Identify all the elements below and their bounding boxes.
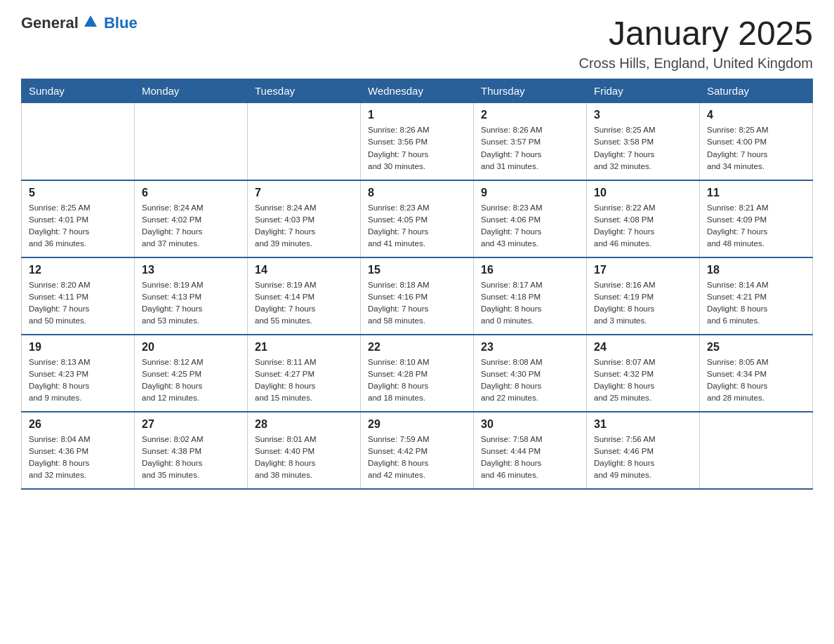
location: Cross Hills, England, United Kingdom: [579, 55, 814, 72]
day-number: 5: [29, 187, 127, 199]
col-wednesday: Wednesday: [361, 79, 474, 103]
day-info: Sunrise: 7:59 AMSunset: 4:42 PMDaylight:…: [368, 434, 466, 482]
day-number: 12: [29, 264, 127, 276]
day-cell: 6Sunrise: 8:24 AMSunset: 4:02 PMDaylight…: [135, 180, 248, 257]
day-cell: 3Sunrise: 8:25 AMSunset: 3:58 PMDaylight…: [587, 103, 700, 180]
day-number: 13: [142, 264, 240, 276]
day-info: Sunrise: 8:21 AMSunset: 4:09 PMDaylight:…: [707, 202, 805, 250]
day-info: Sunrise: 7:56 AMSunset: 4:46 PMDaylight:…: [594, 434, 692, 482]
day-info: Sunrise: 8:05 AMSunset: 4:34 PMDaylight:…: [707, 356, 805, 405]
col-monday: Monday: [135, 79, 248, 103]
day-number: 7: [255, 187, 353, 199]
col-tuesday: Tuesday: [248, 79, 361, 103]
day-number: 20: [142, 341, 240, 354]
col-saturday: Saturday: [700, 79, 813, 103]
day-info: Sunrise: 7:58 AMSunset: 4:44 PMDaylight:…: [481, 434, 579, 482]
day-info: Sunrise: 8:24 AMSunset: 4:02 PMDaylight:…: [142, 202, 240, 250]
page-header: General Blue January 2025 Cross Hills, E…: [21, 14, 813, 72]
day-cell: 16Sunrise: 8:17 AMSunset: 4:18 PMDayligh…: [474, 257, 587, 335]
day-number: 21: [255, 341, 353, 354]
day-info: Sunrise: 8:25 AMSunset: 4:00 PMDaylight:…: [707, 124, 805, 173]
day-cell: 27Sunrise: 8:02 AMSunset: 4:38 PMDayligh…: [135, 412, 248, 489]
col-sunday: Sunday: [22, 79, 135, 103]
day-info: Sunrise: 8:23 AMSunset: 4:05 PMDaylight:…: [368, 202, 466, 250]
day-number: 9: [481, 187, 579, 199]
day-cell: [700, 412, 813, 489]
week-row-4: 19Sunrise: 8:13 AMSunset: 4:23 PMDayligh…: [22, 335, 813, 412]
day-cell: 9Sunrise: 8:23 AMSunset: 4:06 PMDaylight…: [474, 180, 587, 257]
day-number: 3: [594, 109, 692, 121]
day-cell: 29Sunrise: 7:59 AMSunset: 4:42 PMDayligh…: [361, 412, 474, 489]
logo-general: General: [21, 14, 79, 32]
day-number: 18: [707, 264, 805, 276]
col-thursday: Thursday: [474, 79, 587, 103]
day-cell: 8Sunrise: 8:23 AMSunset: 4:05 PMDaylight…: [361, 180, 474, 257]
day-cell: 11Sunrise: 8:21 AMSunset: 4:09 PMDayligh…: [700, 180, 813, 257]
day-number: 17: [594, 264, 692, 276]
day-number: 15: [368, 264, 466, 276]
day-cell: [22, 103, 135, 180]
day-info: Sunrise: 8:04 AMSunset: 4:36 PMDaylight:…: [29, 434, 127, 482]
day-number: 27: [142, 418, 240, 431]
day-number: 4: [707, 109, 805, 121]
day-cell: 31Sunrise: 7:56 AMSunset: 4:46 PMDayligh…: [587, 412, 700, 489]
day-cell: 13Sunrise: 8:19 AMSunset: 4:13 PMDayligh…: [135, 257, 248, 335]
day-info: Sunrise: 8:10 AMSunset: 4:28 PMDaylight:…: [368, 356, 466, 405]
day-info: Sunrise: 8:25 AMSunset: 3:58 PMDaylight:…: [594, 124, 692, 173]
day-info: Sunrise: 8:24 AMSunset: 4:03 PMDaylight:…: [255, 202, 353, 250]
day-number: 23: [481, 341, 579, 354]
day-info: Sunrise: 8:12 AMSunset: 4:25 PMDaylight:…: [142, 356, 240, 405]
day-info: Sunrise: 8:23 AMSunset: 4:06 PMDaylight:…: [481, 202, 579, 250]
day-number: 29: [368, 418, 466, 431]
day-number: 16: [481, 264, 579, 276]
day-cell: 2Sunrise: 8:26 AMSunset: 3:57 PMDaylight…: [474, 103, 587, 180]
day-cell: 30Sunrise: 7:58 AMSunset: 4:44 PMDayligh…: [474, 412, 587, 489]
day-cell: 20Sunrise: 8:12 AMSunset: 4:25 PMDayligh…: [135, 335, 248, 412]
day-info: Sunrise: 8:26 AMSunset: 3:57 PMDaylight:…: [481, 124, 579, 173]
day-info: Sunrise: 8:19 AMSunset: 4:13 PMDaylight:…: [142, 279, 240, 328]
day-info: Sunrise: 8:16 AMSunset: 4:19 PMDaylight:…: [594, 279, 692, 328]
day-cell: 18Sunrise: 8:14 AMSunset: 4:21 PMDayligh…: [700, 257, 813, 335]
day-info: Sunrise: 8:02 AMSunset: 4:38 PMDaylight:…: [142, 434, 240, 482]
day-number: 1: [368, 109, 466, 121]
day-number: 24: [594, 341, 692, 354]
day-info: Sunrise: 8:18 AMSunset: 4:16 PMDaylight:…: [368, 279, 466, 328]
day-cell: [135, 103, 248, 180]
svg-marker-0: [84, 15, 97, 27]
day-number: 26: [29, 418, 127, 431]
day-cell: 24Sunrise: 8:07 AMSunset: 4:32 PMDayligh…: [587, 335, 700, 412]
logo-triangle-icon: [83, 14, 98, 29]
day-info: Sunrise: 8:25 AMSunset: 4:01 PMDaylight:…: [29, 202, 127, 250]
day-cell: [248, 103, 361, 180]
day-info: Sunrise: 8:17 AMSunset: 4:18 PMDaylight:…: [481, 279, 579, 328]
day-number: 2: [481, 109, 579, 121]
day-cell: 19Sunrise: 8:13 AMSunset: 4:23 PMDayligh…: [22, 335, 135, 412]
day-info: Sunrise: 8:26 AMSunset: 3:56 PMDaylight:…: [368, 124, 466, 173]
day-cell: 17Sunrise: 8:16 AMSunset: 4:19 PMDayligh…: [587, 257, 700, 335]
day-number: 28: [255, 418, 353, 431]
day-cell: 1Sunrise: 8:26 AMSunset: 3:56 PMDaylight…: [361, 103, 474, 180]
day-cell: 25Sunrise: 8:05 AMSunset: 4:34 PMDayligh…: [700, 335, 813, 412]
day-cell: 23Sunrise: 8:08 AMSunset: 4:30 PMDayligh…: [474, 335, 587, 412]
week-row-2: 5Sunrise: 8:25 AMSunset: 4:01 PMDaylight…: [22, 180, 813, 257]
day-cell: 12Sunrise: 8:20 AMSunset: 4:11 PMDayligh…: [22, 257, 135, 335]
week-row-5: 26Sunrise: 8:04 AMSunset: 4:36 PMDayligh…: [22, 412, 813, 489]
month-title: January 2025: [579, 14, 814, 53]
day-number: 10: [594, 187, 692, 199]
day-number: 19: [29, 341, 127, 354]
day-cell: 5Sunrise: 8:25 AMSunset: 4:01 PMDaylight…: [22, 180, 135, 257]
day-number: 25: [707, 341, 805, 354]
day-cell: 7Sunrise: 8:24 AMSunset: 4:03 PMDaylight…: [248, 180, 361, 257]
title-area: January 2025 Cross Hills, England, Unite…: [579, 14, 814, 72]
day-number: 30: [481, 418, 579, 431]
day-number: 11: [707, 187, 805, 199]
week-row-3: 12Sunrise: 8:20 AMSunset: 4:11 PMDayligh…: [22, 257, 813, 335]
day-number: 31: [594, 418, 692, 431]
day-cell: 10Sunrise: 8:22 AMSunset: 4:08 PMDayligh…: [587, 180, 700, 257]
day-number: 8: [368, 187, 466, 199]
calendar-header: Sunday Monday Tuesday Wednesday Thursday…: [22, 79, 813, 103]
day-cell: 22Sunrise: 8:10 AMSunset: 4:28 PMDayligh…: [361, 335, 474, 412]
logo: General Blue: [21, 14, 138, 32]
col-friday: Friday: [587, 79, 700, 103]
day-info: Sunrise: 8:20 AMSunset: 4:11 PMDaylight:…: [29, 279, 127, 328]
